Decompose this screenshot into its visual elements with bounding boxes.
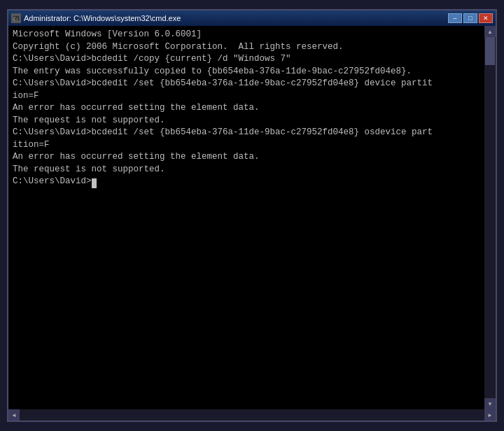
- vertical-scrollbar[interactable]: ▲ ▼: [484, 26, 496, 409]
- terminal-line: Copyright (c) 2006 Microsoft Corporation…: [13, 41, 480, 54]
- terminal-cursor: [92, 178, 97, 188]
- cmd-window: C: Administrator: C:\Windows\system32\cm…: [7, 9, 497, 422]
- cmd-icon: C:: [11, 13, 21, 23]
- terminal-line: ition=F: [13, 139, 480, 152]
- horizontal-scrollbar: ◄ ►: [8, 409, 496, 421]
- terminal-line: The entry was successfully copied to {bb…: [13, 66, 480, 78]
- minimize-button[interactable]: –: [448, 13, 462, 23]
- terminal-line: An error has occurred setting the elemen…: [13, 102, 480, 115]
- terminal-line: C:\Users\David>: [13, 176, 480, 188]
- terminal-line: Microsoft Windows [Version 6.0.6001]: [13, 29, 480, 41]
- maximize-button[interactable]: □: [463, 13, 477, 23]
- title-controls: – □ ✕: [448, 13, 493, 23]
- svg-text:C:: C:: [13, 16, 18, 21]
- scroll-right-arrow[interactable]: ►: [484, 409, 496, 421]
- terminal-line: The request is not supported.: [13, 115, 480, 127]
- title-bar-left: C: Administrator: C:\Windows\system32\cm…: [11, 13, 181, 23]
- terminal-line: C:\Users\David>bcdedit /copy {current} /…: [13, 53, 480, 66]
- horizontal-scrollbar-track: [20, 409, 484, 421]
- scrollbar-thumb[interactable]: [485, 37, 495, 65]
- window-title: Administrator: C:\Windows\system32\cmd.e…: [24, 14, 181, 22]
- scrollbar-track: [484, 37, 496, 398]
- terminal-line: C:\Users\David>bcdedit /set {bb654eba-37…: [13, 127, 480, 139]
- terminal-output[interactable]: Microsoft Windows [Version 6.0.6001]Copy…: [8, 26, 484, 409]
- terminal-line: ion=F: [13, 90, 480, 103]
- terminal-line: An error has occurred setting the elemen…: [13, 151, 480, 164]
- scroll-down-arrow[interactable]: ▼: [484, 398, 496, 409]
- terminal-line: The request is not supported.: [13, 164, 480, 176]
- scroll-up-arrow[interactable]: ▲: [484, 26, 496, 37]
- terminal-line: C:\Users\David>bcdedit /set {bb654eba-37…: [13, 78, 480, 90]
- scroll-left-arrow[interactable]: ◄: [8, 409, 20, 421]
- close-button[interactable]: ✕: [479, 13, 493, 23]
- content-area: Microsoft Windows [Version 6.0.6001]Copy…: [8, 26, 496, 409]
- title-bar: C: Administrator: C:\Windows\system32\cm…: [8, 10, 496, 26]
